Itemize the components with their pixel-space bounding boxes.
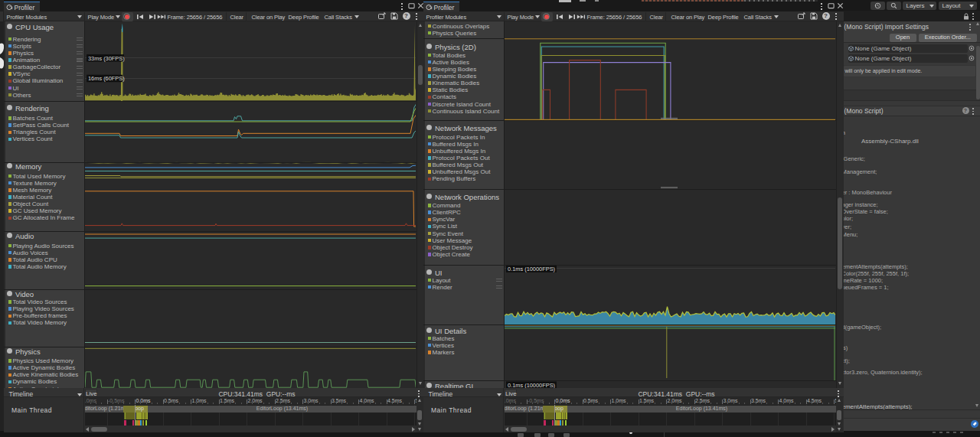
svg-text:0.1ms (10000FPS): 0.1ms (10000FPS) [508,382,555,388]
svg-text:33ms (30FPS): 33ms (30FPS) [88,55,125,62]
svg-text:0.1ms (10000FPS): 0.1ms (10000FPS) [508,266,555,272]
svg-text:16ms (60FPS): 16ms (60FPS) [88,75,125,82]
